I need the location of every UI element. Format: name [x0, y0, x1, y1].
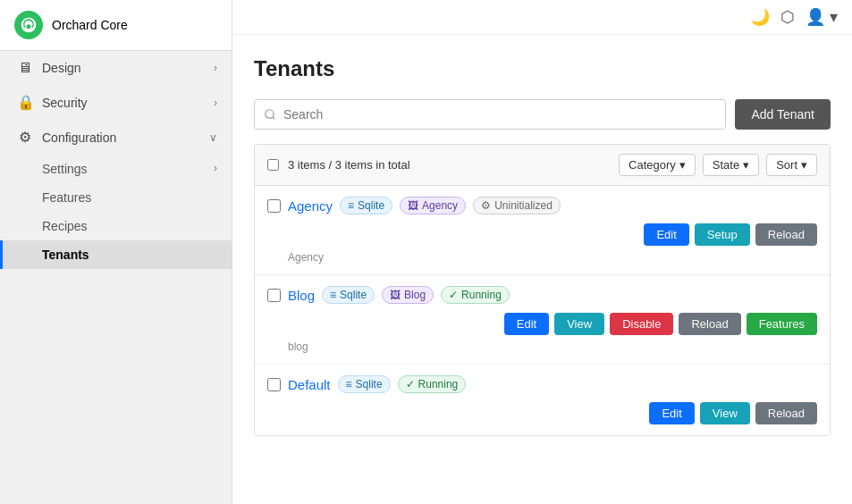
sidebar: Orchard Core 🖥 Design › 🔒 Security › ⚙ C… — [0, 0, 232, 504]
tenant-row-agency: Agency ≡ Sqlite 🖼 Agency ⚙ Uninitialized… — [255, 186, 830, 275]
tenant-view-button-blog[interactable]: View — [554, 313, 604, 335]
tenant-name-blog[interactable]: Blog — [288, 288, 315, 303]
tenant-disable-button-blog[interactable]: Disable — [610, 313, 673, 335]
tenants-container: 3 items / 3 items in total Category ▾ St… — [254, 144, 831, 436]
user-menu-icon[interactable]: 👤 ▾ — [806, 7, 838, 27]
tenant-setup-button-agency[interactable]: Setup — [695, 223, 750, 246]
topbar: 🌙 ⬡ 👤 ▾ — [232, 0, 852, 35]
chevron-down-icon-sort: ▾ — [801, 158, 807, 172]
tenant-status-tag-blog: ✓ Running — [441, 286, 510, 304]
tenant-row-default: Default ≡ Sqlite ✓ Running Edit View Rel… — [255, 365, 830, 435]
tenant-status-tag-default: ✓ Running — [398, 375, 467, 393]
tenant-actions-blog: Edit View Disable Reload Features — [267, 313, 817, 335]
lock-icon: 🔒 — [17, 94, 33, 111]
tenant-name-default[interactable]: Default — [288, 377, 331, 392]
tenant-theme-tag-blog: 🖼 Blog — [382, 286, 434, 304]
tenant-row-top-blog: Blog ≡ Sqlite 🖼 Blog ✓ Running — [267, 286, 817, 304]
tenant-db-tag-default: ≡ Sqlite — [338, 375, 391, 393]
content-area: Tenants Add Tenant 3 items / 3 items in … — [232, 35, 852, 504]
app-name: Orchard Core — [52, 18, 128, 32]
design-icon: 🖥 — [17, 60, 33, 76]
category-filter-button[interactable]: Category ▾ — [619, 154, 696, 176]
sidebar-sub-item-settings[interactable]: Settings › — [0, 155, 232, 183]
tenant-actions-default: Edit View Reload — [267, 402, 817, 424]
external-link-icon[interactable]: ⬡ — [780, 7, 795, 27]
db-icon-blog: ≡ — [330, 289, 336, 301]
tenant-status-tag-agency: ⚙ Uninitialized — [473, 197, 561, 214]
tenant-row-blog: Blog ≡ Sqlite 🖼 Blog ✓ Running Edit View… — [255, 275, 830, 365]
status-icon-agency: ⚙ — [481, 199, 491, 212]
tenant-edit-button-blog[interactable]: Edit — [504, 313, 549, 335]
tenant-desc-agency: Agency — [267, 251, 817, 264]
sort-filter-button[interactable]: Sort ▾ — [766, 154, 817, 176]
dark-mode-icon[interactable]: 🌙 — [750, 7, 770, 27]
sidebar-label-configuration: Configuration — [42, 130, 116, 145]
table-header: 3 items / 3 items in total Category ▾ St… — [255, 145, 830, 186]
sidebar-label-security: Security — [42, 96, 88, 110]
tenant-checkbox-blog[interactable] — [267, 289, 281, 302]
tenant-desc-blog: blog — [267, 340, 817, 353]
tenant-reload-button-blog[interactable]: Reload — [679, 313, 740, 335]
sidebar-item-configuration[interactable]: ⚙ Configuration ∨ — [0, 120, 232, 155]
app-logo — [14, 11, 43, 39]
chevron-right-icon: › — [214, 62, 217, 74]
page-title: Tenants — [254, 56, 831, 81]
table-header-left: 3 items / 3 items in total — [267, 158, 610, 172]
tenant-reload-button-default[interactable]: Reload — [755, 402, 817, 424]
theme-icon-blog: 🖼 — [390, 289, 401, 301]
tenant-features-button-blog[interactable]: Features — [747, 313, 817, 335]
theme-icon-agency: 🖼 — [408, 199, 418, 212]
add-tenant-button[interactable]: Add Tenant — [735, 99, 831, 130]
svg-point-1 — [27, 24, 31, 29]
sidebar-sub-item-recipes[interactable]: Recipes — [0, 212, 232, 240]
tenant-edit-button-default[interactable]: Edit — [649, 402, 694, 424]
tenant-reload-button-agency[interactable]: Reload — [755, 223, 817, 246]
state-filter-button[interactable]: State ▾ — [703, 154, 759, 176]
search-area: Add Tenant — [254, 99, 831, 130]
tenant-checkbox-default[interactable] — [267, 378, 281, 391]
search-input[interactable] — [254, 99, 726, 130]
sidebar-label-design: Design — [42, 61, 81, 75]
tenant-checkbox-agency[interactable] — [267, 199, 281, 213]
db-icon-default: ≡ — [346, 378, 352, 391]
tenant-row-top-agency: Agency ≡ Sqlite 🖼 Agency ⚙ Uninitialized — [267, 197, 817, 214]
tenant-actions-agency: Edit Setup Reload — [267, 223, 817, 246]
status-icon-blog: ✓ — [449, 289, 458, 301]
gear-icon: ⚙ — [17, 129, 33, 146]
chevron-down-icon-cat: ▾ — [679, 158, 686, 172]
sidebar-sub-item-tenants[interactable]: Tenants — [0, 240, 232, 269]
chevron-right-icon-2: › — [214, 97, 217, 109]
select-all-checkbox[interactable] — [267, 159, 279, 171]
sidebar-item-design[interactable]: 🖥 Design › — [0, 51, 232, 85]
main-content: 🌙 ⬡ 👤 ▾ Tenants Add Tenant 3 items / 3 i… — [232, 0, 852, 504]
tenant-edit-button-agency[interactable]: Edit — [644, 223, 688, 246]
table-filters: Category ▾ State ▾ Sort ▾ — [619, 154, 817, 176]
items-count: 3 items / 3 items in total — [288, 158, 410, 172]
tenant-view-button-default[interactable]: View — [700, 402, 750, 424]
db-icon-agency: ≡ — [348, 199, 354, 212]
tenant-name-agency[interactable]: Agency — [288, 198, 333, 214]
tenant-db-tag-blog: ≡ Sqlite — [322, 286, 375, 304]
chevron-down-icon-state: ▾ — [743, 158, 749, 172]
status-icon-default: ✓ — [406, 378, 415, 391]
chevron-down-icon: ∨ — [209, 131, 217, 144]
tenant-row-top-default: Default ≡ Sqlite ✓ Running — [267, 375, 817, 393]
sidebar-sub-item-features[interactable]: Features — [0, 183, 232, 212]
sidebar-item-security[interactable]: 🔒 Security › — [0, 85, 232, 120]
tenant-db-tag-agency: ≡ Sqlite — [340, 197, 392, 214]
tenant-theme-tag-agency: 🖼 Agency — [400, 197, 466, 214]
sidebar-header: Orchard Core — [0, 0, 232, 51]
